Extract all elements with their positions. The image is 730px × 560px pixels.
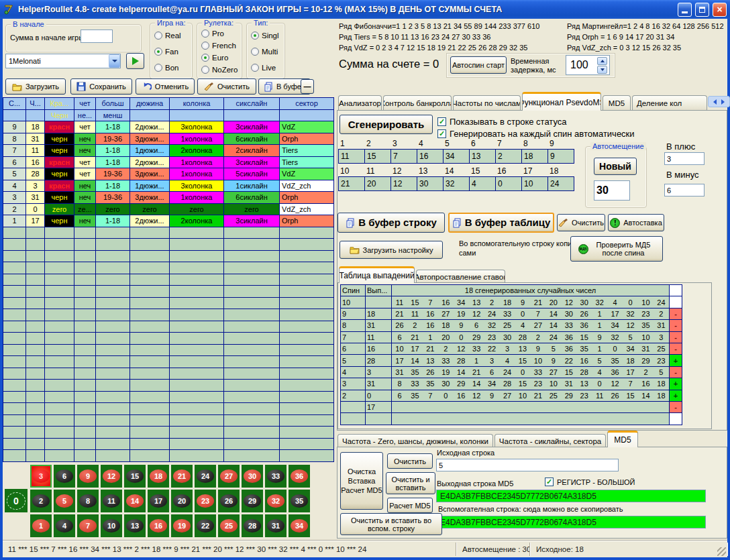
offset-value-field[interactable]: 30 [594,180,630,201]
minimize-button[interactable] [678,3,692,17]
close-button[interactable]: × [713,3,727,17]
preset-dropdown[interactable]: 1Melonati [5,54,121,68]
md5-clear-button[interactable]: Очистить [387,453,433,469]
bet-number-36[interactable]: 36 [289,465,310,488]
md5-calc-button[interactable]: Расчет MD5 [387,498,433,513]
tab-md5-bottom[interactable]: MD5 [607,431,638,447]
bet-number-25[interactable]: 25 [218,514,240,537]
radio-live[interactable]: Live [251,64,276,72]
plus-field[interactable] [664,152,705,165]
radio-pro[interactable]: Pro [201,30,224,38]
chevron-down-icon[interactable] [109,54,120,68]
bet-number-2[interactable]: 2 [30,490,52,512]
bet-number-22[interactable]: 22 [195,514,216,537]
bet-number-15[interactable]: 15 [124,465,146,488]
radio-singl[interactable]: Singl [251,32,279,40]
bet-number-13[interactable]: 13 [124,514,146,537]
bet-number-10[interactable]: 10 [101,514,122,537]
resize-grip[interactable] [717,547,726,556]
bet-number-12[interactable]: 12 [101,465,122,488]
bet-number-34[interactable]: 34 [289,514,310,537]
source-string-field[interactable] [436,459,619,471]
radio-multi[interactable]: Multi [251,48,278,56]
bet-number-21[interactable]: 21 [171,465,193,488]
tab-freq-zero-chances[interactable]: Частота - Zero, шансы, дюжины, колонки [337,434,493,447]
spinner-down-icon[interactable] [597,66,607,74]
checkbox-generate-each-spin[interactable]: ✓ Генерировать на каждый спин автоматиче… [437,129,635,139]
scroll-right-icon[interactable] [721,99,725,105]
bet-number-0[interactable]: 0 [5,489,28,512]
spinner-up-icon[interactable] [597,57,607,65]
bet-number-27[interactable]: 27 [218,465,240,488]
clear-generated-button[interactable]: Очистить [557,214,605,231]
bet-number-28[interactable]: 28 [242,514,263,537]
load-button[interactable]: Загрузить [5,78,66,95]
radio-euro[interactable]: Euro [201,54,228,62]
save-button[interactable]: Сохранить [70,78,132,95]
bet-number-30[interactable]: 30 [242,465,263,488]
bet-number-11[interactable]: 11 [101,490,122,512]
check-md5-button[interactable]: МД5 Проверить МД5 после спина [570,236,663,262]
md5-aux-field[interactable]: E4DA3B7FBBCE2345D7772B0674A318D5 [436,516,706,528]
buffer-line-button[interactable]: В буфер строку [337,213,445,233]
bet-number-29[interactable]: 29 [242,490,263,512]
radio-nozero[interactable]: NoZero [201,66,238,74]
tab-freq-sixlines-sectors[interactable]: Частота - сиклайны, сектора [494,434,606,447]
bet-number-16[interactable]: 16 [148,514,169,537]
bet-number-23[interactable]: 23 [195,490,216,512]
bet-number-32[interactable]: 32 [265,490,286,512]
tab-division[interactable]: Деление кол [632,95,707,111]
autospin-start-button[interactable]: Автоспин старт [450,56,507,74]
bet-number-33[interactable]: 33 [265,465,286,488]
md5-clear-paste-button[interactable]: Очистить и вставить [386,472,435,494]
tab-scroll-arrows[interactable] [708,96,730,107]
tab-psevdoms-functional[interactable]: Функционал PsevdoMS [522,92,601,111]
radio-fan[interactable]: Fan [154,48,178,56]
bet-number-9[interactable]: 9 [77,465,99,488]
bet-number-26[interactable]: 26 [218,490,240,512]
maximize-button[interactable] [695,3,709,17]
buffer-table-button[interactable]: В буфер таблицу [448,213,554,233]
tab-auto-bets[interactable]: Автопроставление ставок [416,270,505,283]
bet-number-24[interactable]: 24 [195,465,216,488]
bet-number-19[interactable]: 19 [171,514,193,537]
md5-big-button[interactable]: Очистка Вставка Расчет MD5 [340,452,383,510]
radio-french[interactable]: French [201,42,236,50]
bet-number-20[interactable]: 20 [171,490,193,512]
radio-bon[interactable]: Bon [154,64,178,72]
bet-number-31[interactable]: 31 [265,514,286,537]
new-offset-button[interactable]: Новый [594,158,637,175]
generated-number: 2 [407,321,423,329]
bet-number-18[interactable]: 18 [148,465,169,488]
checkbox-show-status[interactable]: ✓ Показывать в строке статуса [437,117,567,127]
minus-field[interactable] [664,184,705,197]
tab-spin-results[interactable]: Таблица выпадений [339,266,415,283]
tab-number-frequencies[interactable]: Частоты по числам [453,95,521,111]
tab-md5[interactable]: MD5 [603,95,631,111]
tab-bankroll-control[interactable]: Контроль банкролла [383,95,452,111]
radio-real[interactable]: Real [154,32,181,40]
collapse-button[interactable]: — [301,79,314,94]
bet-number-1[interactable]: 1 [30,514,52,537]
undo-button[interactable]: Отменить [136,78,195,95]
bet-number-14[interactable]: 14 [124,490,146,512]
tab-analyzer[interactable]: Анализатор [338,95,382,111]
bet-number-4[interactable]: 4 [54,514,75,537]
bet-number-7[interactable]: 7 [77,514,99,537]
load-settings-button[interactable]: Загрузить настройку [340,241,443,259]
scroll-left-icon[interactable] [713,99,717,105]
bet-number-8[interactable]: 8 [77,490,99,512]
bet-number-35[interactable]: 35 [289,490,310,512]
clear-button[interactable]: Очистить [197,78,256,95]
checkbox-register-upper[interactable]: ✓ РЕГИСТР - БОЛЬШОЙ [545,478,635,486]
md5-clear-paste-aux-button[interactable]: Очистить и вставить во вспом. строку [340,513,442,535]
bet-number-3[interactable]: 3 [30,465,52,488]
autobet-button[interactable]: ! Автоставка [608,214,664,231]
bet-number-6[interactable]: 6 [54,465,75,488]
generate-button[interactable]: Сгенерировать [340,115,433,134]
bet-number-17[interactable]: 17 [148,490,169,512]
start-sum-field[interactable] [81,30,113,43]
delay-spinner[interactable]: 100 [566,55,610,75]
bet-number-5[interactable]: 5 [54,490,75,512]
play-button[interactable] [126,53,144,69]
